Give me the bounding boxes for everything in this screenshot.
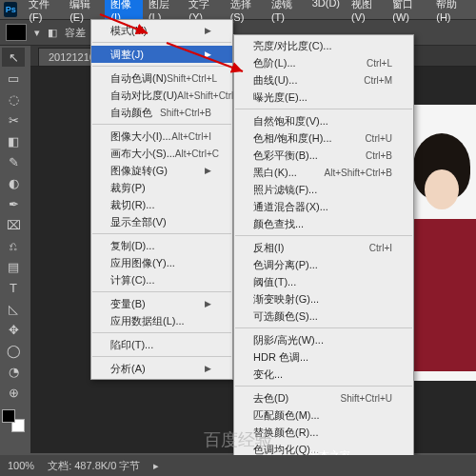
tool-12[interactable]: ◺ [2, 299, 25, 318]
menu-item[interactable]: 曝光度(E)... [234, 89, 413, 106]
tool-4[interactable]: ◧ [2, 131, 25, 150]
tool-1[interactable]: ▭ [2, 69, 25, 88]
menu-item[interactable]: 裁切(R)... [91, 196, 232, 213]
picker-icon[interactable]: ◧ [48, 27, 57, 39]
menu-item[interactable]: 应用数据组(L)... [91, 312, 232, 329]
tool-16[interactable]: ⊕ [2, 383, 25, 402]
menu-item[interactable]: 色阶(L)...Ctrl+L [234, 54, 413, 71]
menu-item[interactable]: 自动对比度(U)Alt+Shift+Ctrl+L [91, 87, 232, 104]
tool-14[interactable]: ◯ [2, 341, 25, 360]
tool-11[interactable]: T [2, 278, 25, 297]
tool-0[interactable]: ↖ [2, 48, 25, 67]
menu-9[interactable]: 窗口(W) [387, 0, 430, 25]
tool-15[interactable]: ◔ [2, 362, 25, 381]
doc-size: 文档: 487.8K/0 字节 [48, 459, 140, 473]
menu-item[interactable]: 色调分离(P)... [234, 256, 413, 273]
menu-item[interactable]: 黑白(K)...Alt+Shift+Ctrl+B [234, 164, 413, 181]
tool-13[interactable]: ✥ [2, 320, 25, 339]
menu-item[interactable]: 变量(B)▶ [91, 295, 232, 312]
tool-7[interactable]: ✒ [2, 194, 25, 213]
menu-item[interactable]: 画布大小(S)...Alt+Ctrl+C [91, 145, 232, 162]
menu-item[interactable]: 匹配颜色(M)... [234, 407, 413, 424]
menu-item[interactable]: 自动颜色Shift+Ctrl+B [91, 104, 232, 121]
menu-item[interactable]: 分析(A)▶ [91, 360, 232, 377]
image-menu: 模式(M)▶调整(J)▶自动色调(N)Shift+Ctrl+L自动对比度(U)A… [90, 19, 233, 380]
menu-7[interactable]: 3D(D) [307, 0, 346, 25]
menu-10[interactable]: 帮助(H) [430, 0, 472, 25]
menu-0[interactable]: 文件(F) [23, 0, 64, 25]
menu-8[interactable]: 视图(V) [346, 0, 387, 25]
menu-item[interactable]: 裁剪(P) [91, 179, 232, 196]
ps-logo-icon: Ps [4, 2, 17, 17]
menu-item[interactable]: 曲线(U)...Ctrl+M [234, 71, 413, 89]
foreground-swatch[interactable] [6, 24, 27, 41]
menu-item[interactable]: 去色(D)Shift+Ctrl+U [234, 389, 413, 407]
status-bar: 100% 文档: 487.8K/0 字节 ▸ [0, 455, 476, 476]
menu-item[interactable]: 替换颜色(R)... [234, 424, 413, 441]
zoom-level[interactable]: 100% [8, 460, 34, 471]
menu-item[interactable]: HDR 色调... [234, 348, 413, 366]
menu-item[interactable]: 计算(C)... [91, 271, 232, 288]
tool-10[interactable]: ▤ [2, 257, 25, 276]
dropdown-icon[interactable]: ▾ [34, 27, 40, 39]
menu-item[interactable]: 亮度/对比度(C)... [234, 37, 413, 54]
menu-item[interactable]: 阴影/高光(W)... [234, 331, 413, 348]
menu-item[interactable]: 阈值(T)... [234, 273, 413, 290]
tool-9[interactable]: ⎌ [2, 236, 25, 255]
tools-panel: ↖▭◌✂◧✎◐✒⌧⎌▤T◺✥◯◔⊕ [0, 46, 30, 434]
menu-item[interactable]: 显示全部(V) [91, 213, 232, 230]
menu-item[interactable]: 自动色调(N)Shift+Ctrl+L [91, 69, 232, 87]
tolerance-label: 容差 [65, 26, 86, 40]
dropdown-icon[interactable]: ▸ [153, 460, 159, 472]
tool-8[interactable]: ⌧ [2, 215, 25, 234]
menu-item[interactable]: 照片滤镜(F)... [234, 181, 413, 198]
tool-2[interactable]: ◌ [2, 89, 25, 109]
menu-item[interactable]: 图像旋转(G)▶ [91, 162, 232, 179]
menu-item[interactable]: 图像大小(I)...Alt+Ctrl+I [91, 128, 232, 145]
menu-item[interactable]: 调整(J)▶ [91, 46, 232, 63]
menu-item[interactable]: 陷印(T)... [91, 336, 232, 353]
menu-item[interactable]: 复制(D)... [91, 237, 232, 254]
menu-item[interactable]: 可选颜色(S)... [234, 307, 413, 325]
menu-bar: Ps 文件(F)编辑(E)图像(I)图层(L)文字(Y)选择(S)滤镜(T)3D… [0, 0, 476, 19]
fg-color[interactable] [2, 409, 15, 423]
menu-item[interactable]: 色相/饱和度(H)...Ctrl+U [234, 129, 413, 147]
menu-item[interactable]: 色彩平衡(B)...Ctrl+B [234, 147, 413, 164]
menu-item[interactable]: 自然饱和度(V)... [234, 112, 413, 129]
menu-item[interactable]: 通道混合器(X)... [234, 198, 413, 215]
menu-6[interactable]: 滤镜(T) [266, 0, 307, 25]
menu-item[interactable]: 变化... [234, 366, 413, 383]
menu-item[interactable]: 颜色查找... [234, 215, 413, 232]
tool-6[interactable]: ◐ [2, 173, 25, 192]
menu-item[interactable]: 模式(M)▶ [91, 22, 232, 39]
tool-3[interactable]: ✂ [2, 110, 25, 129]
adjustments-submenu: 亮度/对比度(C)...色阶(L)...Ctrl+L曲线(U)...Ctrl+M… [233, 34, 414, 461]
menu-item[interactable]: 应用图像(Y)... [91, 254, 232, 271]
menu-item[interactable]: 渐变映射(G)... [234, 290, 413, 307]
tool-5[interactable]: ✎ [2, 152, 25, 171]
menu-item[interactable]: 反相(I)Ctrl+I [234, 239, 413, 256]
